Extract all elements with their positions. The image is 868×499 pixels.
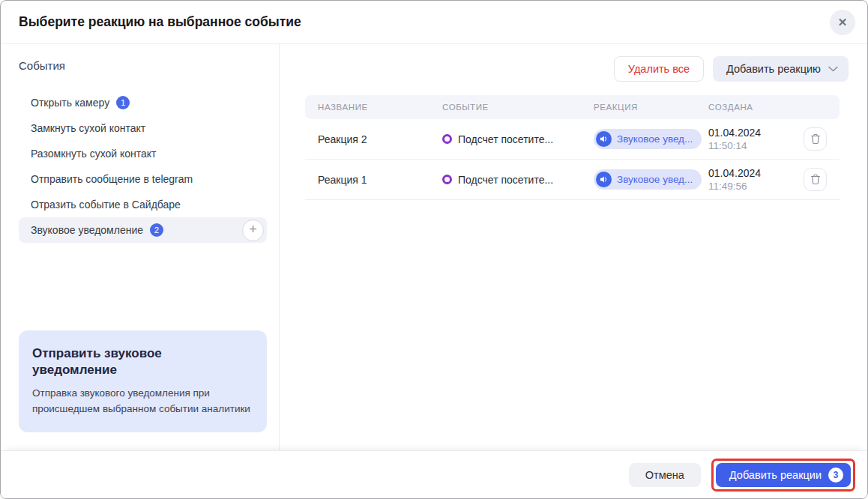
dialog-header: Выберите реакцию на выбранное событие ✕ xyxy=(1,1,867,44)
event-count-badge: 1 xyxy=(116,96,130,109)
table-row: Реакция 1 Подсчет посетите... xyxy=(305,160,840,200)
reaction-tag: Звуковое увед... xyxy=(594,169,702,190)
event-ring-icon xyxy=(442,175,452,184)
created-date: 01.04.2024 xyxy=(708,166,798,180)
sound-icon xyxy=(596,172,612,187)
created-cell: 01.04.2024 11:49:56 xyxy=(708,166,798,193)
delete-all-button[interactable]: Удалить все xyxy=(614,56,704,82)
add-reaction-dropdown[interactable]: Добавить реакцию xyxy=(713,56,849,82)
trash-icon xyxy=(810,133,821,145)
delete-row-button[interactable] xyxy=(804,127,827,151)
events-sidebar: События Открыть камеру 1 Замкнуть сухой … xyxy=(1,44,280,450)
column-header-created: СОЗДАНА xyxy=(708,103,798,112)
event-ring-icon xyxy=(442,134,452,144)
event-label: Отправить сообщение в telegram xyxy=(31,173,193,185)
add-reaction-dropdown-label: Добавить реакцию xyxy=(726,63,821,75)
add-reactions-submit-button[interactable]: Добавить реакции 3 xyxy=(716,463,851,487)
reaction-tag-label: Звуковое увед... xyxy=(617,133,693,145)
table-header-row: НАЗВАНИЕ СОБЫТИЕ РЕАКЦИЯ СОЗДАНА xyxy=(305,95,840,119)
event-label: Замкнуть сухой контакт xyxy=(31,122,145,134)
event-label: Разомкнуть сухой контакт xyxy=(31,148,157,160)
reaction-cell: Звуковое увед... xyxy=(594,129,708,149)
info-card-title: Отправить звуковое уведомление xyxy=(32,345,212,378)
table-row: Реакция 2 Подсчет посетите... xyxy=(305,119,840,160)
dialog-title: Выберите реакцию на выбранное событие xyxy=(19,14,301,30)
reactions-toolbar: Удалить все Добавить реакцию xyxy=(305,56,849,82)
dialog-footer: Отмена Добавить реакции 3 xyxy=(1,450,867,498)
event-label: Звуковое уведомление xyxy=(31,224,143,236)
sidebar-item-close-dry-contact[interactable]: Замкнуть сухой контакт xyxy=(19,115,267,141)
trash-icon xyxy=(810,174,821,185)
submit-label: Добавить реакции xyxy=(729,469,822,481)
info-card-description: Отправка звукового уведомления при проис… xyxy=(32,386,253,417)
reaction-name: Реакция 1 xyxy=(305,174,442,186)
event-cell: Подсчет посетите... xyxy=(442,174,594,186)
column-header-event: СОБЫТИЕ xyxy=(442,103,594,112)
event-name: Подсчет посетите... xyxy=(458,133,553,145)
reactions-panel: Удалить все Добавить реакцию НАЗВАНИЕ СО… xyxy=(280,44,867,450)
event-label: Открыть камеру xyxy=(31,97,109,109)
dialog-body: События Открыть камеру 1 Замкнуть сухой … xyxy=(1,44,867,450)
chevron-down-icon xyxy=(828,66,838,72)
event-info-card: Отправить звуковое уведомление Отправка … xyxy=(19,330,267,432)
created-time: 11:50:14 xyxy=(708,139,798,153)
close-icon: ✕ xyxy=(838,16,848,29)
sidebar-item-open-camera[interactable]: Открыть камеру 1 xyxy=(19,90,267,115)
submit-count-badge: 3 xyxy=(828,468,843,483)
sidebar-item-send-telegram[interactable]: Отправить сообщение в telegram xyxy=(19,166,267,192)
column-header-name: НАЗВАНИЕ xyxy=(305,103,442,112)
event-label: Отразить событие в Сайдбаре xyxy=(31,199,181,211)
sidebar-spacer xyxy=(19,243,267,330)
delete-row-button[interactable] xyxy=(804,168,827,191)
close-button[interactable]: ✕ xyxy=(830,10,855,35)
column-header-reaction: РЕАКЦИЯ xyxy=(594,103,708,112)
reaction-dialog: Выберите реакцию на выбранное событие ✕ … xyxy=(0,0,868,499)
sidebar-item-sound-notification[interactable]: Звуковое уведомление 2 + xyxy=(19,217,267,243)
event-cell: Подсчет посетите... xyxy=(442,133,594,145)
reactions-table: НАЗВАНИЕ СОБЫТИЕ РЕАКЦИЯ СОЗДАНА Реакция… xyxy=(305,95,840,200)
created-cell: 01.04.2024 11:50:14 xyxy=(708,126,798,153)
reaction-tag: Звуковое увед... xyxy=(594,129,702,149)
event-name: Подсчет посетите... xyxy=(458,174,553,186)
created-date: 01.04.2024 xyxy=(708,126,798,139)
reaction-cell: Звуковое увед... xyxy=(594,169,708,190)
sidebar-item-open-dry-contact[interactable]: Разомкнуть сухой контакт xyxy=(19,141,267,166)
created-time: 11:49:56 xyxy=(708,180,798,193)
reaction-name: Реакция 2 xyxy=(305,133,442,145)
plus-icon: + xyxy=(249,223,257,236)
add-event-reaction-button[interactable]: + xyxy=(242,220,264,241)
reaction-tag-label: Звуковое увед... xyxy=(617,174,693,185)
sidebar-item-show-in-sidebar[interactable]: Отразить событие в Сайдбаре xyxy=(19,192,267,217)
sound-icon xyxy=(596,131,612,147)
events-heading: События xyxy=(19,59,267,72)
red-annotation-highlight: Добавить реакции 3 xyxy=(711,459,855,492)
event-count-badge: 2 xyxy=(150,223,163,237)
cancel-button[interactable]: Отмена xyxy=(629,463,701,487)
